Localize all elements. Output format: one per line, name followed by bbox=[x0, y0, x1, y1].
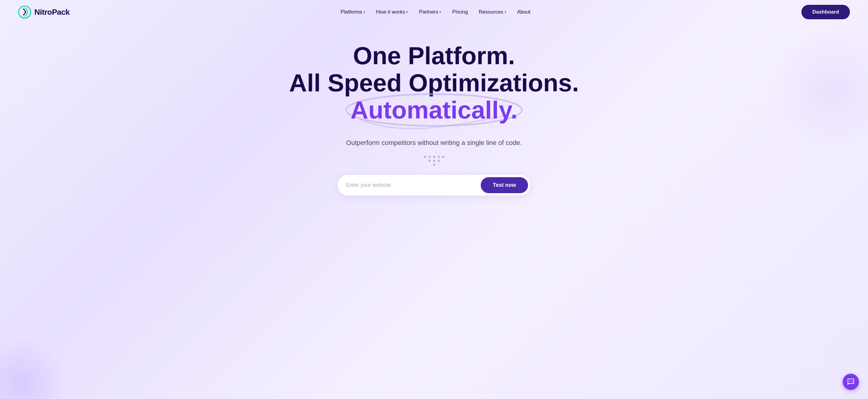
chat-widget[interactable] bbox=[843, 374, 859, 390]
chevron-down-icon: ▾ bbox=[504, 10, 506, 14]
nav-link-pricing[interactable]: Pricing bbox=[448, 7, 472, 18]
website-input[interactable] bbox=[346, 182, 481, 188]
nav-item-how-it-works[interactable]: How it works ▾ bbox=[372, 7, 412, 18]
nav-link-platforms[interactable]: Platforms ▾ bbox=[336, 7, 370, 18]
dot bbox=[438, 160, 440, 162]
dot bbox=[429, 160, 431, 162]
dot bbox=[433, 164, 435, 166]
nav-item-platforms[interactable]: Platforms ▾ bbox=[336, 7, 370, 18]
nav-item-resources[interactable]: Resources ▾ bbox=[474, 7, 510, 18]
dot bbox=[424, 156, 426, 158]
nav-link-how-it-works[interactable]: How it works ▾ bbox=[372, 7, 412, 18]
dot bbox=[438, 156, 440, 158]
nav-link-partners[interactable]: Partners ▾ bbox=[415, 7, 445, 18]
nav-link-about[interactable]: About bbox=[513, 7, 535, 18]
chat-icon bbox=[847, 378, 855, 386]
dot bbox=[442, 156, 444, 158]
dot bbox=[429, 156, 431, 158]
dot-row-3 bbox=[433, 164, 435, 166]
dot bbox=[433, 156, 435, 158]
url-form: Test now bbox=[338, 175, 530, 195]
test-now-button[interactable]: Test now bbox=[481, 177, 528, 193]
dot-row-2 bbox=[429, 160, 440, 162]
chevron-down-icon: ▾ bbox=[439, 10, 441, 14]
hero-line3-wrapper: Automatically. bbox=[289, 96, 579, 124]
dotted-chevron-decoration bbox=[424, 156, 444, 166]
hero-section: One Platform. All Speed Optimizations. A… bbox=[0, 24, 868, 208]
dot bbox=[433, 160, 435, 162]
nav-item-about[interactable]: About bbox=[513, 7, 535, 18]
hero-auto-text: Automatically. bbox=[350, 96, 518, 124]
nav-links: Platforms ▾ How it works ▾ Partners ▾ Pr… bbox=[336, 7, 535, 18]
logo-text: NitroPack bbox=[34, 7, 70, 17]
logo-icon bbox=[18, 5, 31, 19]
nav-item-partners[interactable]: Partners ▾ bbox=[415, 7, 445, 18]
nav-link-resources[interactable]: Resources ▾ bbox=[474, 7, 510, 18]
hero-subtitle: Outperform competitors without writing a… bbox=[346, 139, 522, 147]
chevron-down-icon: ▾ bbox=[406, 10, 408, 14]
hero-title: One Platform. All Speed Optimizations. A… bbox=[289, 42, 579, 124]
dashboard-button[interactable]: Dashboard bbox=[801, 5, 850, 19]
hero-line2: All Speed Optimizations. bbox=[289, 69, 579, 96]
bg-decoration-left bbox=[0, 339, 66, 399]
dot-row-1 bbox=[424, 156, 444, 158]
auto-wrapper: Automatically. bbox=[350, 96, 518, 124]
logo[interactable]: NitroPack bbox=[18, 5, 70, 19]
chevron-down-icon: ▾ bbox=[364, 10, 365, 14]
nav-item-pricing[interactable]: Pricing bbox=[448, 7, 472, 18]
hero-line1: One Platform. bbox=[289, 42, 579, 69]
navbar: NitroPack Platforms ▾ How it works ▾ Par… bbox=[0, 0, 868, 24]
